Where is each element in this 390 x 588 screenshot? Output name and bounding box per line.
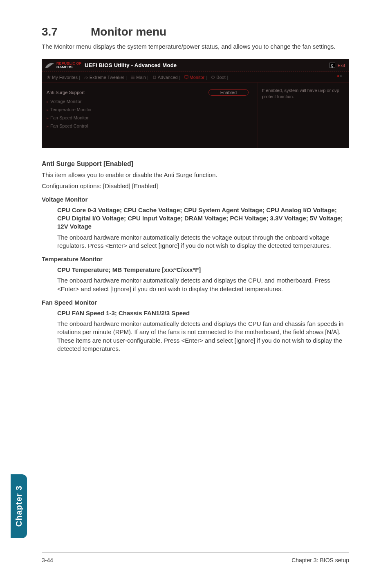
temperature-heading: Temperature Monitor <box>42 256 349 263</box>
tab-tweaker[interactable]: Extreme Tweaker | <box>83 75 128 80</box>
tab-tweaker-label: Extreme Tweaker <box>90 75 124 80</box>
bios-title: UEFI BIOS Utility - Advanced Mode <box>85 62 177 68</box>
gauge-icon <box>84 75 88 79</box>
tab-favorites-label: My Favorites <box>52 75 78 80</box>
page-indicator <box>337 75 342 77</box>
voltage-heading: Voltage Monitor <box>42 196 349 203</box>
fan-sub: CPU FAN Speed 1-3; Chassis FAN1/2/3 Spee… <box>57 309 349 317</box>
rog-logo-icon <box>45 62 54 69</box>
chevron-right-icon: ▸ <box>47 108 49 112</box>
svg-marker-0 <box>47 75 51 79</box>
monitor-icon <box>184 75 188 79</box>
temperature-sub: CPU Temperature; MB Temperature [xxxºC/x… <box>57 266 349 274</box>
row-anti-surge[interactable]: Anti Surge Support Enabled <box>47 88 255 97</box>
voltage-label: Voltage Monitor <box>50 99 81 104</box>
star-icon <box>47 75 51 79</box>
rog-brand: REPUBLIC OF GAMERS <box>45 62 81 69</box>
chevron-right-icon: ▸ <box>47 124 49 128</box>
tab-boot-label: Boot <box>216 75 226 80</box>
bios-screenshot: REPUBLIC OF GAMERS UEFI BIOS Utility - A… <box>42 59 349 148</box>
tab-boot[interactable]: Boot | <box>209 75 230 80</box>
bios-option-list: Anti Surge Support Enabled ▸Voltage Moni… <box>42 83 258 148</box>
anti-surge-label: Anti Surge Support <box>47 90 85 95</box>
tab-favorites[interactable]: My Favorites | <box>45 75 82 80</box>
row-fan-control[interactable]: ▸Fan Speed Control <box>47 122 255 130</box>
anti-surge-heading: Anti Surge Support [Enabled] <box>42 160 349 168</box>
tab-main[interactable]: Main | <box>129 75 150 80</box>
chapter-side-tab: Chapter 3 <box>11 474 27 538</box>
section-title: 3.7Monitor menu <box>42 25 349 38</box>
section-number: 3.7 <box>42 25 91 38</box>
power-icon <box>211 75 215 79</box>
exit-icon: g <box>329 63 335 68</box>
page-number: 3-44 <box>42 557 53 563</box>
exit-group[interactable]: g Exit <box>329 63 345 68</box>
anti-surge-config: Configuration options: [Disabled] [Enabl… <box>42 182 349 190</box>
svg-rect-6 <box>185 76 188 78</box>
fan-control-label: Fan Speed Control <box>50 123 88 128</box>
tab-monitor-label: Monitor <box>190 75 205 80</box>
anti-surge-desc: This item allows you to enable or disabl… <box>42 171 349 179</box>
tab-main-label: Main <box>136 75 146 80</box>
voltage-sub: CPU Core 0-3 Voltage; CPU Cache Voltage;… <box>57 206 349 231</box>
row-fan-monitor[interactable]: ▸Fan Speed Monitor <box>47 114 255 122</box>
chevron-right-icon: ▸ <box>47 116 49 120</box>
svg-rect-5 <box>153 76 156 79</box>
chip-icon <box>152 75 157 79</box>
bios-header: REPUBLIC OF GAMERS UEFI BIOS Utility - A… <box>42 59 349 72</box>
list-icon <box>131 75 135 79</box>
section-intro: The Monitor menu displays the system tem… <box>42 43 349 51</box>
voltage-desc: The onboard hardware monitor automatical… <box>57 233 349 250</box>
tab-advanced-label: Advanced <box>158 75 178 80</box>
row-temperature[interactable]: ▸Temperature Monitor <box>47 105 255 114</box>
anti-surge-value[interactable]: Enabled <box>208 89 249 96</box>
bios-help-panel: If enabled, system will have uvp or ovp … <box>258 83 349 148</box>
section-name: Monitor menu <box>91 25 166 38</box>
row-voltage[interactable]: ▸Voltage Monitor <box>47 97 255 105</box>
fan-desc: The onboard hardware monitor automatical… <box>57 320 349 353</box>
fan-heading: Fan Speed Monitor <box>42 299 349 306</box>
bios-tabs: My Favorites | Extreme Tweaker | Main | … <box>42 72 349 83</box>
fan-monitor-label: Fan Speed Monitor <box>50 115 89 120</box>
bios-help-text: If enabled, system will have uvp or ovp … <box>262 88 339 99</box>
temperature-label: Temperature Monitor <box>50 107 92 112</box>
svg-line-1 <box>86 77 87 79</box>
brand-bottom: GAMERS <box>56 65 73 69</box>
tab-monitor[interactable]: Monitor | <box>183 75 209 80</box>
chapter-side-label: Chapter 3 <box>14 485 24 527</box>
chevron-right-icon: ▸ <box>47 99 49 104</box>
tab-advanced[interactable]: Advanced | <box>151 75 182 80</box>
temperature-desc: The onboard hardware monitor automatical… <box>57 276 349 293</box>
page-footer: 3-44 Chapter 3: BIOS setup <box>42 552 349 563</box>
exit-label: Exit <box>338 63 345 68</box>
footer-title: Chapter 3: BIOS setup <box>291 557 349 563</box>
